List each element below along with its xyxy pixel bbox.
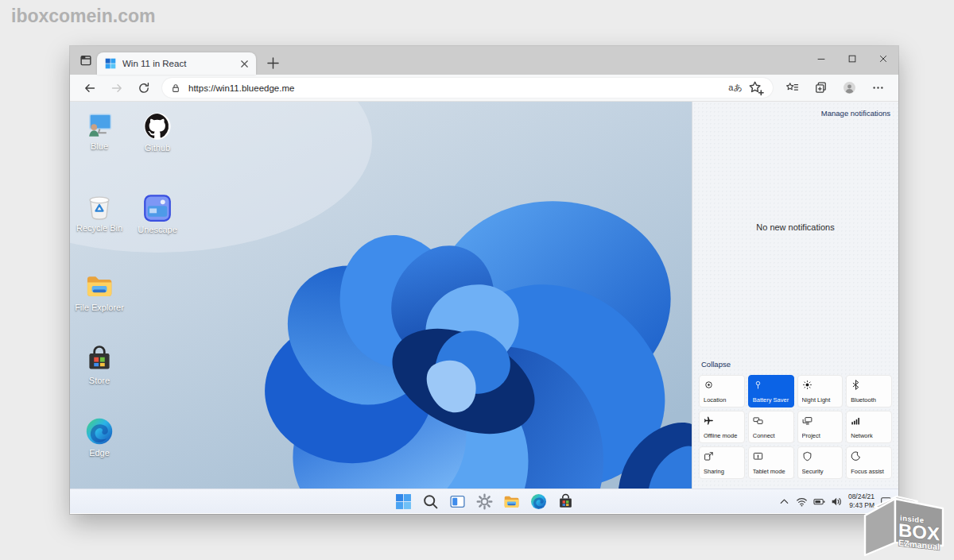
volume-icon[interactable]: [831, 496, 843, 508]
tile-bluetooth[interactable]: Bluetooth: [846, 375, 892, 407]
collections-button[interactable]: [806, 77, 835, 99]
security-icon: [802, 451, 812, 462]
favorites-button[interactable]: [778, 77, 806, 99]
collections-icon: [814, 81, 828, 95]
desktop-icon-recycle-bin[interactable]: Recycle Bin: [73, 192, 126, 234]
project-icon: [802, 415, 812, 426]
browser-toolbar: https://win11.blueedge.me aあ: [70, 75, 898, 102]
recycle-bin-icon: [85, 192, 114, 221]
tab-title: Win 11 in React: [122, 59, 238, 68]
wifi-icon[interactable]: [796, 496, 808, 508]
taskbar-apps: [394, 489, 575, 513]
store-icon: [85, 345, 114, 373]
search-icon: [422, 493, 439, 510]
offline-mode-icon: [704, 415, 714, 426]
desktop-icon-edge[interactable]: Edge: [73, 417, 126, 458]
tile-label: Security: [802, 468, 839, 475]
taskbar-settings-button[interactable]: [475, 492, 494, 511]
new-tab-button[interactable]: [266, 56, 281, 71]
tile-offline-mode[interactable]: Offline mode: [699, 411, 745, 443]
blue-app-icon: [85, 110, 114, 139]
tile-label: Night Light: [802, 396, 839, 404]
store-icon: [557, 493, 574, 510]
focus-assist-icon: [851, 451, 861, 462]
action-center-panel: Manage notifications No new notification…: [692, 102, 898, 489]
manage-notifications-link[interactable]: Manage notifications: [821, 109, 890, 118]
back-icon: [83, 82, 96, 95]
start-icon: [395, 493, 412, 510]
tile-focus-assist[interactable]: Focus assist: [846, 446, 892, 479]
desktop-icon-github[interactable]: Github: [131, 112, 184, 153]
minimize-window-button[interactable]: [805, 46, 836, 71]
url-text: https://win11.blueedge.me: [188, 83, 725, 93]
desktop-icon-label: Unescape: [138, 225, 177, 235]
tile-project[interactable]: Project: [797, 411, 843, 443]
desktop-icon-label: Recycle Bin: [76, 223, 122, 234]
refresh-button[interactable]: [130, 77, 157, 99]
taskbar-task-view-button[interactable]: [448, 492, 467, 511]
tile-label: Tablet mode: [753, 468, 789, 475]
desktop-icon-file-explorer[interactable]: File Explorer: [73, 272, 126, 313]
tile-label: Bluetooth: [851, 396, 887, 404]
tile-sharing[interactable]: Sharing: [699, 446, 745, 479]
close-window-button[interactable]: [867, 46, 898, 71]
collapse-link[interactable]: Collapse: [701, 360, 892, 369]
more-button[interactable]: [863, 77, 892, 99]
logo-watermark: inside BOX EZmanual: [863, 495, 946, 558]
address-bar[interactable]: https://win11.blueedge.me aあ: [162, 78, 773, 98]
sharing-icon: [704, 451, 714, 462]
tab-close-icon[interactable]: [238, 58, 250, 70]
profile-icon: [843, 81, 856, 95]
site-watermark: iboxcomein.com: [11, 6, 155, 27]
tile-label: Network: [851, 432, 887, 439]
tile-battery-saver[interactable]: Battery Saver: [748, 375, 794, 407]
desktop-icon-blue[interactable]: Blue: [73, 110, 126, 152]
tile-network[interactable]: Network: [846, 411, 892, 443]
chevron-up-icon[interactable]: [778, 496, 790, 508]
toolbar-right-buttons: [778, 77, 892, 99]
maximize-icon: [847, 53, 858, 64]
connect-icon: [753, 415, 763, 426]
lock-icon[interactable]: [170, 83, 181, 94]
tile-label: Connect: [753, 432, 789, 439]
taskbar-search-button[interactable]: [421, 492, 440, 511]
page-viewport: BlueGithubRecycle BinUnescapeFile Explor…: [70, 102, 898, 513]
taskbar-edge-button[interactable]: [529, 492, 548, 511]
profile-button[interactable]: [835, 77, 863, 99]
quick-settings-grid: LocationBattery SaverNight LightBluetoot…: [699, 375, 892, 479]
tray-icons: [778, 496, 843, 508]
tile-location[interactable]: Location: [699, 375, 745, 407]
edge-icon: [85, 417, 114, 446]
unescape-icon: [143, 194, 172, 222]
desktop-icon-label: File Explorer: [75, 303, 124, 313]
forward-button[interactable]: [103, 77, 130, 99]
no-notifications-text: No new notifications: [692, 222, 898, 232]
desktop-icon-unescape[interactable]: Unescape: [131, 194, 184, 235]
desktop-icon-label: Blue: [91, 141, 108, 152]
tile-night-light[interactable]: Night Light: [797, 375, 843, 407]
desktop-icon-store[interactable]: Store: [73, 345, 126, 386]
browser-tab[interactable]: Win 11 in React: [97, 52, 256, 75]
tablet-mode-icon: [753, 451, 763, 462]
forward-icon: [111, 82, 123, 95]
tile-security[interactable]: Security: [797, 446, 843, 479]
tile-connect[interactable]: Connect: [748, 411, 794, 443]
translate-button[interactable]: aあ: [725, 79, 746, 97]
network-icon: [851, 415, 861, 426]
battery-icon[interactable]: [813, 496, 825, 508]
taskbar-file-explorer-button[interactable]: [502, 492, 521, 511]
maximize-window-button[interactable]: [836, 46, 867, 71]
tile-tablet-mode[interactable]: Tablet mode: [748, 446, 794, 479]
quick-settings: Collapse LocationBattery SaverNight Ligh…: [692, 360, 898, 489]
taskbar: 08/24/21 9:43 PM: [70, 489, 898, 513]
tile-label: Battery Saver: [753, 396, 789, 404]
taskbar-store-button[interactable]: [556, 492, 575, 511]
add-favorite-button[interactable]: [746, 79, 766, 97]
refresh-icon: [138, 82, 150, 95]
tab-actions-menu-button[interactable]: [79, 53, 93, 68]
minimize-icon: [816, 53, 827, 64]
night-light-icon: [802, 380, 812, 390]
back-button[interactable]: [76, 77, 103, 99]
desktop-icon-label: Edge: [89, 448, 110, 458]
taskbar-start-button[interactable]: [394, 492, 413, 511]
